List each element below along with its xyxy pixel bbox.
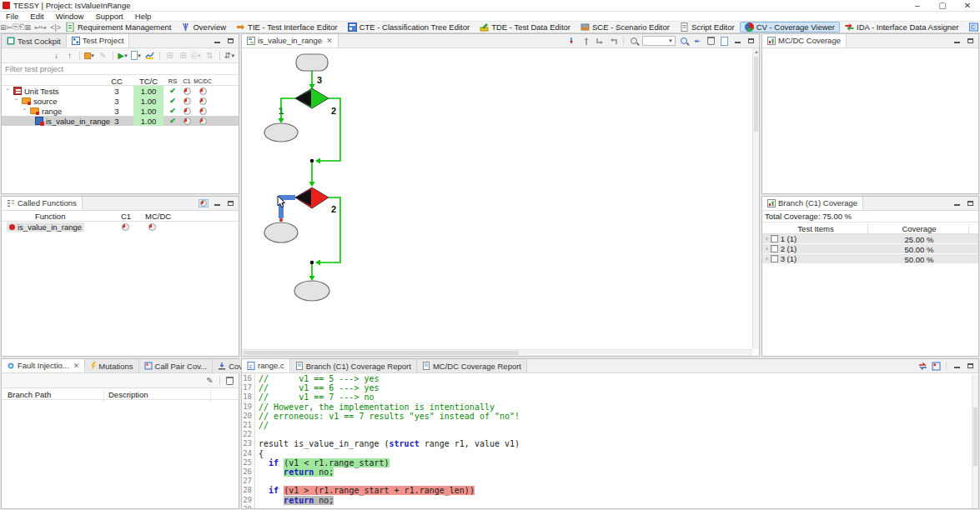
expand-icon[interactable]: › [766,255,768,262]
tab-range-c[interactable]: c range.c [242,359,290,372]
column-c1[interactable]: C1 [180,76,193,86]
flow-edge-false-1[interactable] [317,98,340,161]
tab-called-functions[interactable]: Called Functions [2,197,83,210]
run-test-icon[interactable]: ▶▼ [118,50,128,61]
maximize-panel-icon[interactable] [965,362,975,370]
coverage-settings-icon[interactable] [931,362,941,370]
tree-row-is-value-in-range[interactable]: is_value_in_range 3 1.00 ✔ [2,116,239,126]
branch-row-3[interactable]: › 3 (1) 50.00 % [762,254,978,264]
tab-mcdc-coverage[interactable]: MC/DC Coverage [762,34,847,48]
perspective-requirement-management[interactable]: Requirement Management [61,22,176,32]
duplicate-icon[interactable]: ⎘▼ [191,50,202,61]
source-code-view[interactable]: 16// v1 == 5 ---> yes 17// v1 == 6 ---> … [242,374,972,508]
minimize-panel-icon[interactable] [952,37,962,45]
export-diagram-icon[interactable] [719,37,729,45]
expander-icon[interactable]: › [22,108,28,114]
expand-flow-icon[interactable] [608,37,618,45]
expand-icon[interactable]: › [766,235,768,242]
minimize-panel-icon[interactable] [732,37,742,45]
expander-icon[interactable]: › [13,98,20,104]
tab-mcdc-coverage-report[interactable]: MC/DC Coverage Report [417,359,527,372]
flow-start-node[interactable] [296,54,328,71]
tab-branch-coverage[interactable]: Branch (C1) Coverage [762,197,863,210]
minimize-panel-icon[interactable] [212,199,222,208]
code-editor-icon[interactable]: <|> [50,22,61,32]
tab-branch-coverage-report[interactable]: Branch (C1) Coverage Report [290,359,417,372]
delete-icon[interactable] [224,375,235,386]
menu-edit[interactable]: Edit [24,12,49,21]
column-branch-path[interactable]: Branch Path [8,390,51,399]
perspective-cte-classification-tree-editor[interactable]: CTE - Classification Tree Editor [343,22,475,32]
perspective-cv-coverage-viewer[interactable]: CV - Coverage Viewer [740,22,840,32]
perspective-overview[interactable]: Overview [176,22,231,32]
column-rs[interactable]: RS [167,76,178,86]
new-test-case-icon[interactable]: ⊞ [164,50,175,61]
export-tests-icon[interactable]: ↑ [64,50,75,61]
column-description[interactable]: Description [108,390,148,399]
collapse-flow-icon[interactable] [595,37,605,45]
maximize-panel-icon[interactable] [225,199,235,208]
tree-row-unit-tests[interactable]: › Unit Tests 3 1.00 ✔ [2,86,239,96]
instrumentation-icon[interactable] [144,50,155,61]
zoom-in-icon[interactable] [679,37,689,45]
flow-exit-node-1[interactable] [264,123,298,142]
edit-icon[interactable]: ✎ [204,375,215,386]
clear-diagram-icon[interactable] [706,37,716,45]
window-minimize-button[interactable]: – [905,0,930,11]
menu-file[interactable]: File [0,12,24,21]
column-cc[interactable]: CC [102,76,132,86]
generate-report-icon[interactable]: ▼ [131,50,142,61]
copy-icon[interactable]: ⎘ [13,22,18,32]
zoom-level-select[interactable]: ▼ [642,36,676,46]
scroll-up-icon[interactable]: ▲ [753,48,759,55]
flow-vertical-scrollbar[interactable]: ▲ [752,48,759,349]
menu-window[interactable]: Window [50,12,90,21]
perspective-tde-test-data-editor[interactable]: TDE - Test Data Editor [475,22,575,32]
branch-row-2[interactable]: › 2 (1) 50.00 % [762,244,978,254]
branch-row-1[interactable]: › 1 (1) 25.00 % [762,234,978,244]
forward-icon[interactable]: ↪ [41,22,48,32]
column-mcdc[interactable]: MC/DC [195,76,210,86]
column-coverage[interactable]: Coverage [869,224,969,233]
tree-row-range[interactable]: › range 3 1.00 ✔ [2,106,239,116]
expand-icon[interactable]: › [766,245,768,252]
filter-test-project-input[interactable] [2,63,239,74]
window-close-button[interactable]: ✕ [955,0,980,11]
perspective-c-cpp[interactable]: C C/C++ [964,22,980,32]
flow-exit-node-2[interactable] [264,222,298,242]
tree-row-source[interactable]: › source 3 1.00 ✔ [2,96,239,106]
reorder-icon[interactable]: ⇅ [204,50,215,61]
maximize-panel-icon[interactable] [965,199,975,208]
column-tcc[interactable]: TC/C [133,76,163,86]
perspective-script-editor[interactable]: Script Editor [675,22,740,32]
edit-test-collection-icon[interactable]: ✎ [98,50,108,61]
sync-with-flow-icon[interactable] [917,362,927,370]
show-true-branches-icon[interactable] [568,37,578,45]
column-c1[interactable]: C1 [121,212,131,221]
flow-end-node[interactable] [294,281,329,301]
flow-edge-false-2[interactable] [317,198,340,262]
maximize-panel-icon[interactable] [965,37,975,45]
back-icon[interactable]: ↩ [34,22,41,32]
expander-icon[interactable]: › [5,88,12,94]
perspective-tie-test-interface-editor[interactable]: TIE - Test Interface Editor [231,22,343,32]
column-mcdc[interactable]: MC/DC [145,212,171,221]
import-tests-icon[interactable]: ↓ [51,50,62,61]
menu-help[interactable]: Help [129,12,158,21]
column-test-items[interactable]: Test Items [762,224,869,233]
zoom-out-icon[interactable] [629,37,639,45]
show-false-branches-icon[interactable] [581,37,591,45]
cut-icon[interactable]: ✂ [7,22,13,32]
code-vertical-scrollbar[interactable] [972,374,978,508]
save-icon[interactable]: ⊞ [0,22,7,32]
tab-flow-chart[interactable]: is_value_in_range ✕ [242,34,339,48]
perspective-ida-interface-data-assigner[interactable]: IDA - Interface Data Assigner [840,22,964,32]
tab-test-project[interactable]: Test Project [67,34,130,48]
new-test-step-icon[interactable]: ⊞ [178,50,188,61]
menu-support[interactable]: Support [89,12,128,21]
minimize-panel-icon[interactable] [212,37,222,45]
perspective-sce-scenario-editor[interactable]: SCE - Scenario Editor [575,22,675,32]
tab-mutations[interactable]: Mutations [85,359,138,372]
show-coverage-toggle-icon[interactable] [199,199,209,208]
sort-mode-icon[interactable]: ⇵▼ [224,50,235,61]
